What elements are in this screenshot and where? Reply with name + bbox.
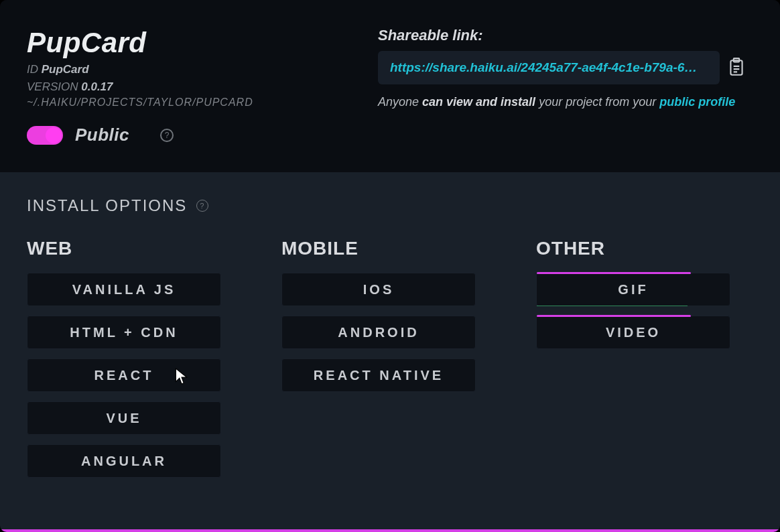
install-heading: INSTALL OPTIONS	[27, 196, 187, 215]
project-path: ~/.HAIKU/PROJECTS/TAYLOR/PUPCARD	[27, 96, 362, 109]
share-label: Shareable link:	[378, 27, 753, 44]
clipboard-icon	[728, 58, 745, 78]
version-value: 0.0.17	[81, 80, 113, 93]
share-desc-em: can view and install	[422, 95, 535, 109]
install-panel: INSTALL OPTIONS ? WEB VANILLA JS HTML + …	[0, 172, 780, 532]
option-vanilla-js[interactable]: VANILLA JS	[27, 273, 221, 306]
install-col-mobile: MOBILE IOS ANDROID REACT NATIVE	[281, 238, 476, 487]
install-heading-row: INSTALL OPTIONS ?	[27, 196, 753, 215]
header: PupCard ID PupCard VERSION 0.0.17 ~/.HAI…	[0, 0, 780, 152]
option-android[interactable]: ANDROID	[281, 316, 476, 349]
visibility-label: Public	[75, 125, 129, 145]
install-col-web: WEB VANILLA JS HTML + CDN REACT VUE ANGU…	[27, 238, 221, 487]
project-title: PupCard	[27, 27, 362, 59]
id-label: ID	[27, 63, 38, 76]
option-angular[interactable]: ANGULAR	[27, 444, 221, 478]
copy-link-button[interactable]	[720, 51, 753, 84]
option-video[interactable]: VIDEO	[536, 316, 730, 349]
option-html-cdn[interactable]: HTML + CDN	[27, 316, 221, 349]
share-desc-prefix: Anyone	[378, 95, 422, 109]
id-value: PupCard	[42, 63, 89, 76]
help-icon[interactable]: ?	[196, 200, 208, 212]
share-panel: Shareable link: https://share.haiku.ai/2…	[378, 27, 753, 145]
option-gif[interactable]: GIF	[536, 273, 730, 306]
share-link-row: https://share.haiku.ai/24245a77-ae4f-4c1…	[378, 51, 753, 84]
option-react-native[interactable]: REACT NATIVE	[281, 358, 476, 392]
option-ios[interactable]: IOS	[281, 273, 476, 306]
project-info: PupCard ID PupCard VERSION 0.0.17 ~/.HAI…	[27, 27, 362, 145]
visibility-toggle[interactable]	[27, 126, 63, 145]
visibility-row: Public ?	[27, 125, 362, 145]
col-title-mobile: MOBILE	[281, 238, 476, 259]
share-desc-mid: your project from your	[535, 95, 659, 109]
share-link-input[interactable]: https://share.haiku.ai/24245a77-ae4f-4c1…	[378, 51, 720, 84]
toggle-knob	[46, 127, 62, 143]
app-window: PupCard ID PupCard VERSION 0.0.17 ~/.HAI…	[0, 0, 780, 532]
public-profile-link[interactable]: public profile	[659, 95, 735, 109]
bottom-accent-bar	[0, 529, 780, 532]
share-description: Anyone can view and install your project…	[378, 94, 753, 110]
version-label: VERSION	[27, 80, 78, 93]
col-title-other: OTHER	[536, 238, 730, 259]
help-icon[interactable]: ?	[160, 129, 174, 142]
project-version-line: VERSION 0.0.17	[27, 80, 362, 94]
install-columns: WEB VANILLA JS HTML + CDN REACT VUE ANGU…	[27, 238, 753, 487]
install-col-other: OTHER GIF VIDEO	[536, 238, 730, 487]
option-vue[interactable]: VUE	[27, 401, 221, 435]
project-id-line: ID PupCard	[27, 63, 362, 76]
option-react[interactable]: REACT	[27, 358, 221, 392]
col-title-web: WEB	[27, 238, 221, 259]
